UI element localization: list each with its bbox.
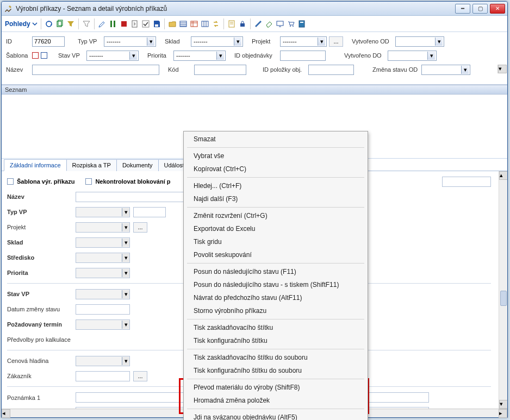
ctx-najdi-dalsi[interactable]: Najdi další (F3) [184, 192, 368, 205]
sablona-prikazu-checkbox[interactable] [7, 178, 14, 185]
datumzm-field[interactable] [76, 304, 130, 315]
ctx-smazat[interactable]: Smazat [184, 133, 368, 146]
scroll-right-button[interactable]: ▸ [499, 409, 507, 418]
ctx-tisk-konfig[interactable]: Tisk konfiguračního štítku [184, 334, 368, 347]
projekt-combo[interactable]: -------▾ [280, 36, 327, 47]
tab-zakladni-informace[interactable]: Základní informace [4, 159, 67, 171]
cenhlad-field[interactable]: ▾ [76, 356, 130, 366]
funnel-icon[interactable] [82, 20, 91, 28]
maximize-button[interactable]: ▢ [472, 4, 488, 14]
zmenastavu-combo[interactable]: ▾ [421, 65, 470, 75]
ctx-prevod-do-vyroby[interactable]: Převod materiálu do výroby (ShiftF8) [184, 381, 368, 394]
id-input[interactable] [32, 36, 65, 47]
ctx-hledej[interactable]: Hledej... (Ctrl+F) [184, 179, 368, 192]
pozterm-field[interactable]: ▾ [76, 319, 130, 330]
aux-input[interactable] [442, 177, 491, 187]
idobj-input[interactable] [280, 51, 326, 61]
column-icon[interactable] [109, 20, 117, 28]
ctx-jdi-na-objednavku[interactable]: Jdi na svázanou objednávku (AltF5) [184, 411, 368, 420]
nekontrolovat-checkbox[interactable] [85, 178, 92, 185]
ctx-export-excel[interactable]: Exportovat do Excelu [184, 222, 368, 235]
edit-icon[interactable] [98, 20, 107, 28]
projekt-field[interactable]: ▾ [76, 222, 130, 233]
vytvod-label: Vytvořeno OD [352, 38, 393, 45]
stavvp-label: Stav VP [58, 52, 84, 59]
scroll-up-button[interactable]: ▴ [499, 171, 507, 180]
projekt-browse-button[interactable]: ... [329, 36, 343, 47]
stop-icon[interactable] [120, 20, 128, 28]
ctx-storno[interactable]: Storno výrobního příkazu [184, 304, 368, 317]
grid2-icon[interactable] [190, 20, 198, 28]
scroll-down-button[interactable]: ▾ [499, 400, 507, 409]
stavvp-combo[interactable]: -------▾ [86, 51, 139, 61]
ruler-icon[interactable] [254, 20, 263, 28]
nazev-label: Název [6, 66, 30, 73]
ctx-tisk-konfig-soubor[interactable]: Tisk konfiguračního štítku do souboru [184, 364, 368, 377]
filter-scrollbar[interactable]: ▴ ▾ [497, 65, 506, 73]
priorita-label: Priorita [7, 269, 72, 276]
nazev-input[interactable] [32, 65, 159, 75]
ctx-vybrat-vse[interactable]: Vybrat vše [184, 149, 368, 162]
new-icon[interactable] [130, 20, 139, 28]
refresh-icon[interactable] [45, 20, 53, 28]
pozn1-label: Poznámka 1 [7, 394, 72, 401]
ctx-povolit-seskup[interactable]: Povolit seskupování [184, 248, 368, 261]
zakaznik-browse[interactable]: ... [133, 371, 147, 381]
stredisko-field[interactable]: ▾ [76, 253, 130, 263]
sklad-combo[interactable]: -------▾ [191, 36, 243, 47]
stavvp-field[interactable]: ▾ [76, 289, 130, 299]
copy-icon[interactable] [55, 20, 64, 28]
filter-icon[interactable] [66, 20, 75, 28]
ctx-kopirovat[interactable]: Kopírovat (Ctrl+C) [184, 162, 368, 175]
scroll-left-button[interactable]: ◂ [2, 409, 10, 418]
ctx-tisk-zasklad[interactable]: Tisk zaskladňovacího štítku [184, 321, 368, 334]
note-icon[interactable] [227, 20, 236, 28]
sklad-field[interactable]: ▾ [76, 237, 130, 248]
tab-dokumenty[interactable]: Dokumenty [116, 159, 159, 171]
minimize-button[interactable]: ━ [455, 4, 470, 14]
ctx-tisk-gridu[interactable]: Tisk gridu [184, 235, 368, 248]
typvp-field[interactable]: ▾ [76, 207, 130, 217]
screen-icon[interactable] [276, 20, 284, 28]
scroll-thumb[interactable] [500, 291, 507, 306]
typvp-combo[interactable]: -------▾ [104, 36, 156, 47]
ctx-posun-nasled[interactable]: Posun do následujícího stavu (F11) [184, 265, 368, 278]
sablona-checkbox-1[interactable] [32, 52, 39, 59]
ctx-hromadna-zmena[interactable]: Hromadná změna položek [184, 394, 368, 407]
tab-rozpiska[interactable]: Rozpiska a TP [66, 159, 117, 171]
typvp-aux[interactable] [133, 207, 166, 217]
close-button[interactable]: ✕ [490, 4, 505, 14]
folder-open-icon[interactable] [168, 20, 177, 28]
idpol-input[interactable] [308, 65, 354, 75]
save-icon[interactable] [152, 20, 161, 28]
grid1-icon[interactable] [179, 20, 188, 28]
cenhlad-label: Cenová hladina [7, 358, 72, 364]
ctx-posun-nasled-tisk[interactable]: Posun do následujícího stavu - s tiskem … [184, 278, 368, 291]
svg-rect-5 [121, 21, 127, 27]
check-icon[interactable] [141, 20, 150, 28]
projekt-browse[interactable]: ... [133, 222, 147, 233]
zmena-label: Změna stavu OD [372, 66, 419, 73]
priorita-combo[interactable]: -------▾ [173, 51, 226, 61]
priorita-field[interactable]: ▾ [76, 268, 130, 278]
ctx-zmenit-rozvrzeni[interactable]: Změnit rozvržení (Ctrl+G) [184, 209, 368, 222]
sablona-checkbox-2[interactable] [41, 52, 47, 59]
vytvorenodo-combo[interactable]: ▾ [388, 51, 437, 61]
ctx-tisk-zasklad-soubor[interactable]: Tisk zaskladňovacího štítku do souboru [184, 351, 368, 364]
report-icon[interactable] [297, 20, 306, 28]
scroll-down-button[interactable]: ▾ [498, 65, 507, 73]
cart-icon[interactable] [287, 20, 295, 28]
grid3-icon[interactable] [201, 20, 209, 28]
kod-input[interactable] [194, 65, 246, 75]
detail-scrollbar[interactable]: ▴ ▾ [499, 171, 507, 409]
eraser-icon[interactable] [265, 20, 273, 28]
chevron-down-icon: ▾ [122, 223, 129, 231]
lock-icon[interactable] [238, 20, 247, 28]
ctx-navrat-predch[interactable]: Návrat do předchozího stavu (AltF11) [184, 291, 368, 304]
swap-icon[interactable] [212, 20, 220, 28]
views-menu[interactable]: Pohledy [5, 20, 38, 28]
vytvorenood-combo[interactable]: ▾ [395, 36, 444, 47]
zakaznik-field[interactable] [76, 371, 130, 381]
svg-rect-18 [300, 22, 303, 23]
chevron-down-icon: ▾ [435, 37, 443, 46]
